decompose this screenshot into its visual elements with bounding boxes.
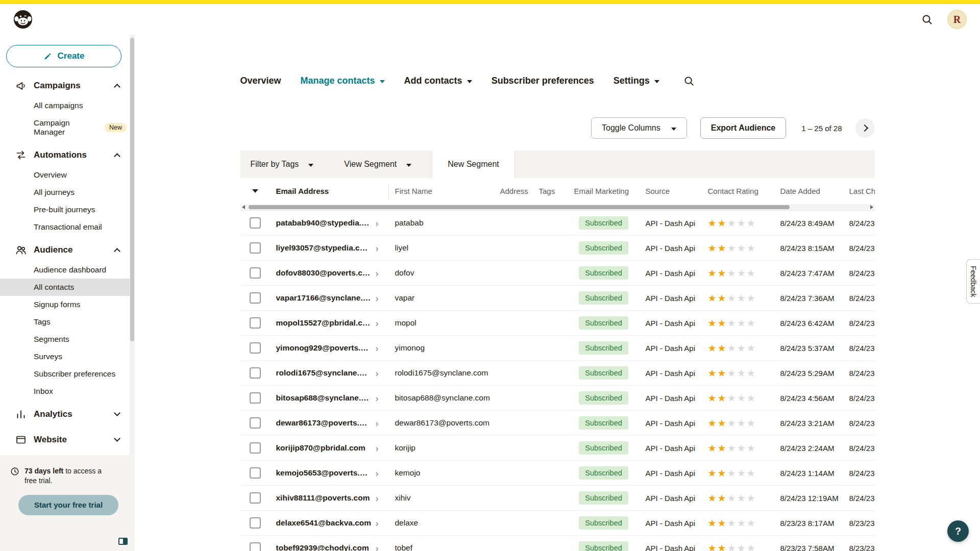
sidebar-item-audience-dashboard[interactable]: Audience dashboard bbox=[0, 261, 135, 279]
new-segment-button[interactable]: New Segment bbox=[432, 151, 515, 178]
table-row[interactable]: xihiv88111@poverts.com›xihivSubscribedAP… bbox=[240, 486, 875, 511]
row-checkbox[interactable] bbox=[250, 392, 261, 404]
row-checkbox[interactable] bbox=[250, 467, 261, 479]
table-row[interactable]: dofov88030@poverts.com›dofovSubscribedAP… bbox=[240, 261, 875, 286]
table-row[interactable]: mopol15527@pbridal.com›mopolSubscribedAP… bbox=[240, 311, 875, 336]
table-row[interactable]: rolodi1675@synclane.com›rolodi1675@syncl… bbox=[240, 361, 875, 386]
column-header-address[interactable]: Address bbox=[494, 187, 533, 195]
sidebar-item-campaign-manager[interactable]: Campaign ManagerNew bbox=[0, 114, 135, 141]
tab-manage-contacts[interactable]: Manage contacts bbox=[301, 76, 385, 86]
start-free-trial-button[interactable]: Start your free trial bbox=[18, 495, 118, 515]
column-header-contact-rating[interactable]: Contact Rating bbox=[702, 187, 774, 195]
contact-email-link[interactable]: dofov88030@poverts.com bbox=[276, 268, 372, 278]
contacts-search-button[interactable] bbox=[679, 70, 699, 91]
tab-subscriber-preferences[interactable]: Subscriber preferences bbox=[492, 76, 594, 86]
table-row[interactable]: bitosap688@synclane.com›bitosap688@syncl… bbox=[240, 386, 875, 411]
scroll-right-arrow-icon[interactable] bbox=[870, 205, 873, 209]
sidebar-item-signup-forms[interactable]: Signup forms bbox=[0, 296, 135, 313]
sidebar-scrollbar-thumb[interactable] bbox=[130, 38, 134, 341]
row-checkbox[interactable] bbox=[250, 367, 261, 379]
row-checkbox[interactable] bbox=[250, 217, 261, 229]
contact-email-link[interactable]: rolodi1675@synclane.com bbox=[276, 368, 372, 378]
contact-email-link[interactable]: dewar86173@poverts.com bbox=[276, 418, 372, 428]
contact-email-link[interactable]: liyel93057@stypedia.com bbox=[276, 243, 372, 253]
sidebar-scrollbar[interactable] bbox=[130, 35, 135, 455]
row-checkbox[interactable] bbox=[250, 442, 261, 454]
table-row[interactable]: vapar17166@synclane.com›vaparSubscribedA… bbox=[240, 286, 875, 311]
scroll-left-arrow-icon[interactable] bbox=[242, 205, 245, 209]
contact-email-link[interactable]: mopol15527@pbridal.com bbox=[276, 318, 372, 328]
row-checkbox[interactable] bbox=[250, 342, 261, 354]
tab-settings[interactable]: Settings bbox=[614, 76, 659, 86]
column-header-first-name[interactable]: First Name bbox=[389, 187, 494, 195]
contact-email-link[interactable]: vapar17166@synclane.com bbox=[276, 293, 372, 303]
tab-overview[interactable]: Overview bbox=[240, 76, 281, 86]
sidebar-item-all-journeys[interactable]: All journeys bbox=[0, 184, 135, 201]
contact-email-link[interactable]: tobef92939@chodyi.com bbox=[276, 543, 369, 551]
contact-email-link[interactable]: korijip870@pbridal.com bbox=[276, 443, 365, 453]
sidebar-item-all-contacts[interactable]: All contacts bbox=[0, 279, 135, 296]
column-header-last-changed[interactable]: Last Changed bbox=[843, 187, 875, 195]
table-row[interactable]: patabab940@stypedia.com›patababSubscribe… bbox=[240, 211, 875, 236]
row-checkbox[interactable] bbox=[250, 417, 261, 429]
feedback-tab[interactable]: Feedback bbox=[966, 259, 980, 304]
row-checkbox[interactable] bbox=[250, 292, 261, 304]
sidebar-item-subscriber-preferences[interactable]: Subscriber preferences bbox=[0, 365, 135, 383]
collapse-sidebar-icon[interactable] bbox=[118, 538, 128, 545]
horizontal-scrollbar[interactable] bbox=[240, 204, 875, 210]
next-page-button[interactable] bbox=[855, 118, 875, 138]
sidebar-item-surveys[interactable]: Surveys bbox=[0, 348, 135, 365]
filter-by-tags-dropdown[interactable]: Filter by Tags bbox=[240, 160, 314, 169]
tab-add-contacts[interactable]: Add contacts bbox=[404, 76, 472, 86]
mailchimp-logo[interactable] bbox=[13, 10, 33, 29]
table-row[interactable]: korijip870@pbridal.com›korijipSubscribed… bbox=[240, 436, 875, 461]
sidebar-item-tags[interactable]: Tags bbox=[0, 313, 135, 331]
contact-email-link[interactable]: yimonog929@poverts.com bbox=[276, 343, 372, 353]
column-header-email-marketing[interactable]: Email Marketing bbox=[568, 187, 640, 195]
column-header-email-address[interactable]: Email Address bbox=[270, 184, 389, 198]
sidebar-item-overview[interactable]: Overview bbox=[0, 166, 135, 184]
select-all-dropdown-icon[interactable] bbox=[252, 189, 258, 193]
contact-email-link[interactable]: delaxe6541@backva.com bbox=[276, 518, 372, 528]
export-audience-button[interactable]: Export Audience bbox=[700, 117, 787, 139]
contact-email-link[interactable]: kemojo5653@poverts.com bbox=[276, 468, 372, 478]
table-row[interactable]: dewar86173@poverts.com›dewar86173@povert… bbox=[240, 411, 875, 436]
sidebar-item-segments[interactable]: Segments bbox=[0, 331, 135, 348]
sidebar-section-analytics[interactable]: Analytics bbox=[0, 403, 135, 425]
row-checkbox[interactable] bbox=[250, 317, 261, 329]
sidebar-section-audience[interactable]: Audience bbox=[0, 239, 135, 261]
contact-email-link[interactable]: bitosap688@synclane.com bbox=[276, 393, 372, 403]
sidebar-section-website[interactable]: Website bbox=[0, 429, 135, 451]
row-checkbox[interactable] bbox=[250, 242, 261, 254]
table-row[interactable]: liyel93057@stypedia.com›liyelSubscribedA… bbox=[240, 236, 875, 261]
table-row[interactable]: tobef92939@chodyi.com›tobefSubscribedAPI… bbox=[240, 536, 875, 551]
view-segment-dropdown[interactable]: View Segment bbox=[334, 160, 411, 169]
chevron-right-icon: › bbox=[375, 268, 378, 278]
column-header-select[interactable] bbox=[240, 189, 270, 193]
table-row[interactable]: delaxe6541@backva.com›delaxeSubscribedAP… bbox=[240, 511, 875, 536]
help-button[interactable]: ? bbox=[947, 520, 969, 542]
sidebar-item-transactional-email[interactable]: Transactional email bbox=[0, 218, 135, 236]
row-checkbox[interactable] bbox=[250, 517, 261, 529]
search-button[interactable] bbox=[917, 9, 937, 30]
table-row[interactable]: yimonog929@poverts.com›yimonogSubscribed… bbox=[240, 336, 875, 361]
sidebar-item-all-campaigns[interactable]: All campaigns bbox=[0, 97, 135, 114]
column-header-tags[interactable]: Tags bbox=[533, 187, 568, 195]
row-checkbox[interactable] bbox=[250, 267, 261, 279]
row-checkbox[interactable] bbox=[250, 542, 261, 551]
table-row[interactable]: kemojo5653@poverts.com›kemojoSubscribedA… bbox=[240, 461, 875, 486]
contact-email-link[interactable]: patabab940@stypedia.com bbox=[276, 218, 372, 228]
column-header-date-added[interactable]: Date Added bbox=[774, 187, 843, 195]
sidebar-section-automations[interactable]: Automations bbox=[0, 144, 135, 166]
create-button[interactable]: Create bbox=[6, 45, 121, 67]
toggle-columns-button[interactable]: Toggle Columns bbox=[591, 117, 687, 139]
horizontal-scrollbar-thumb[interactable] bbox=[249, 205, 790, 209]
contact-rating-stars: ★★★★★ bbox=[702, 367, 774, 379]
row-checkbox[interactable] bbox=[250, 492, 261, 504]
sidebar-item-inbox[interactable]: Inbox bbox=[0, 383, 135, 400]
sidebar-item-pre-built-journeys[interactable]: Pre-built journeys bbox=[0, 201, 135, 218]
column-header-source[interactable]: Source bbox=[640, 187, 702, 195]
sidebar-section-campaigns[interactable]: Campaigns bbox=[0, 74, 135, 97]
account-avatar[interactable]: R bbox=[947, 10, 967, 29]
contact-email-link[interactable]: xihiv88111@poverts.com bbox=[276, 493, 370, 503]
